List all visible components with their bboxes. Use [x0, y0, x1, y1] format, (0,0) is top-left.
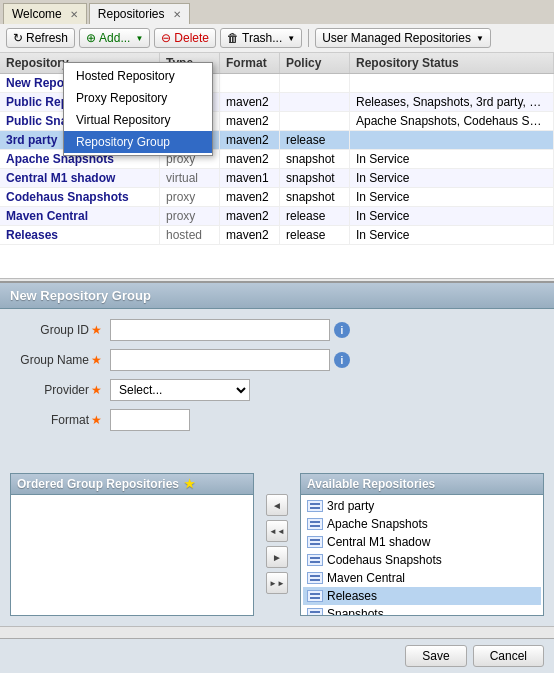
group-name-row: Group Name★ i [10, 349, 544, 371]
group-id-label: Group ID★ [10, 323, 110, 337]
cell-policy [280, 93, 350, 111]
col-header-status: Repository Status [350, 53, 554, 73]
table-row[interactable]: Codehaus Snapshots proxy maven2 snapshot… [0, 188, 554, 207]
available-repo-item[interactable]: Maven Central [303, 569, 541, 587]
horizontal-scrollbar[interactable] [0, 278, 554, 283]
cell-format: maven2 [220, 131, 280, 149]
tab-welcome-label: Welcome [12, 7, 62, 21]
cell-policy [280, 112, 350, 130]
form-title: New Repository Group [0, 283, 554, 309]
tab-repositories-label: Repositories [98, 7, 165, 21]
ordered-repos-panel: Ordered Group Repositories ★ [10, 473, 254, 617]
delete-label: Delete [174, 31, 209, 45]
repo-name: Codehaus Snapshots [327, 553, 442, 567]
cell-status: In Service [350, 188, 554, 206]
available-repos-list: 3rd partyApache SnapshotsCentral M1 shad… [300, 494, 544, 617]
cell-type: hosted [160, 226, 220, 244]
dropdown-item-proxy[interactable]: Proxy Repository [64, 87, 212, 109]
tab-bar: Welcome ✕ Repositories ✕ [0, 0, 554, 24]
cell-policy: release [280, 226, 350, 244]
available-repo-item[interactable]: Snapshots [303, 605, 541, 617]
col-header-policy: Policy [280, 53, 350, 73]
repo-name: Maven Central [327, 571, 405, 585]
cell-policy: snapshot [280, 188, 350, 206]
available-repo-item[interactable]: Apache Snapshots [303, 515, 541, 533]
refresh-button[interactable]: ↻ Refresh [6, 28, 75, 48]
table-row[interactable]: Central M1 shadow virtual maven1 snapsho… [0, 169, 554, 188]
group-id-required: ★ [91, 323, 102, 337]
group-name-input[interactable] [110, 349, 330, 371]
table-row[interactable]: Maven Central proxy maven2 release In Se… [0, 207, 554, 226]
cell-repo-name[interactable]: Codehaus Snapshots [0, 188, 160, 206]
repo-icon [307, 590, 323, 602]
tab-repositories-close[interactable]: ✕ [173, 9, 181, 20]
add-dropdown-menu: Hosted RepositoryProxy RepositoryVirtual… [63, 62, 213, 156]
format-input[interactable] [110, 409, 190, 431]
available-repo-item[interactable]: 3rd party [303, 497, 541, 515]
repo-icon [307, 608, 323, 617]
bottom-scrollbar[interactable] [0, 626, 554, 638]
available-repo-item[interactable]: Codehaus Snapshots [303, 551, 541, 569]
provider-row: Provider★ Select... [10, 379, 544, 401]
tab-welcome-close[interactable]: ✕ [70, 9, 78, 20]
dropdown-item-virtual[interactable]: Virtual Repository [64, 109, 212, 131]
add-icon: ⊕ [86, 31, 96, 45]
cell-policy: release [280, 207, 350, 225]
available-repos-panel: Available Repositories 3rd partyApache S… [300, 473, 544, 617]
cell-format: maven2 [220, 112, 280, 130]
repo-name: Snapshots [327, 607, 384, 617]
table-row[interactable]: Releases hosted maven2 release In Servic… [0, 226, 554, 245]
user-managed-button[interactable]: User Managed Repositories ▼ [315, 28, 491, 48]
add-arrow-icon: ▼ [135, 34, 143, 43]
add-label: Add... [99, 31, 130, 45]
format-label: Format★ [10, 413, 110, 427]
delete-button[interactable]: ⊖ Delete [154, 28, 216, 48]
group-id-info-icon[interactable]: i [334, 322, 350, 338]
ordered-repos-title: Ordered Group Repositories ★ [10, 473, 254, 494]
available-repo-item[interactable]: Central M1 shadow [303, 533, 541, 551]
repo-name: Releases [327, 589, 377, 603]
trash-icon: 🗑 [227, 31, 239, 45]
cell-status: In Service [350, 226, 554, 244]
cell-policy: snapshot [280, 169, 350, 187]
dropdown-item-group[interactable]: Repository Group [64, 131, 212, 153]
move-right-button[interactable]: ► [266, 546, 288, 568]
provider-select[interactable]: Select... [110, 379, 250, 401]
add-button[interactable]: ⊕ Add... ▼ [79, 28, 150, 48]
group-id-row: Group ID★ i [10, 319, 544, 341]
group-name-label: Group Name★ [10, 353, 110, 367]
repos-area: Ordered Group Repositories ★ ◄ ◄◄ ► ►► A… [0, 473, 554, 627]
group-name-info-icon[interactable]: i [334, 352, 350, 368]
available-repos-title: Available Repositories [300, 473, 544, 494]
cell-repo-name[interactable]: Maven Central [0, 207, 160, 225]
repo-name: Central M1 shadow [327, 535, 430, 549]
repo-icon [307, 572, 323, 584]
move-left-button[interactable]: ◄ [266, 494, 288, 516]
form-content: Group ID★ i Group Name★ i Provider★ Sele… [0, 309, 554, 473]
ordered-repos-list [10, 494, 254, 617]
col-header-format: Format [220, 53, 280, 73]
trash-button[interactable]: 🗑 Trash... ▼ [220, 28, 302, 48]
cancel-button[interactable]: Cancel [473, 645, 544, 667]
delete-icon: ⊖ [161, 31, 171, 45]
tab-repositories[interactable]: Repositories ✕ [89, 3, 190, 24]
cell-status: Apache Snapshots, Codehaus Snapshots [350, 112, 554, 130]
main-container: Welcome ✕ Repositories ✕ ↻ Refresh ⊕ Add… [0, 0, 554, 673]
toolbar-separator [308, 29, 309, 47]
cell-format: maven2 [220, 93, 280, 111]
dropdown-item-hosted[interactable]: Hosted Repository [64, 65, 212, 87]
move-first-button[interactable]: ◄◄ [266, 520, 288, 542]
move-last-button[interactable]: ►► [266, 572, 288, 594]
available-repo-item[interactable]: Releases [303, 587, 541, 605]
repo-name: Apache Snapshots [327, 517, 428, 531]
tab-welcome[interactable]: Welcome ✕ [3, 3, 87, 24]
cell-format [220, 74, 280, 92]
cell-policy: snapshot [280, 150, 350, 168]
group-id-input[interactable] [110, 319, 330, 341]
cell-repo-name[interactable]: Releases [0, 226, 160, 244]
scrollbar-thumb[interactable] [2, 281, 22, 284]
cell-repo-name[interactable]: Central M1 shadow [0, 169, 160, 187]
save-button[interactable]: Save [405, 645, 466, 667]
cell-policy: release [280, 131, 350, 149]
cell-format: maven2 [220, 150, 280, 168]
